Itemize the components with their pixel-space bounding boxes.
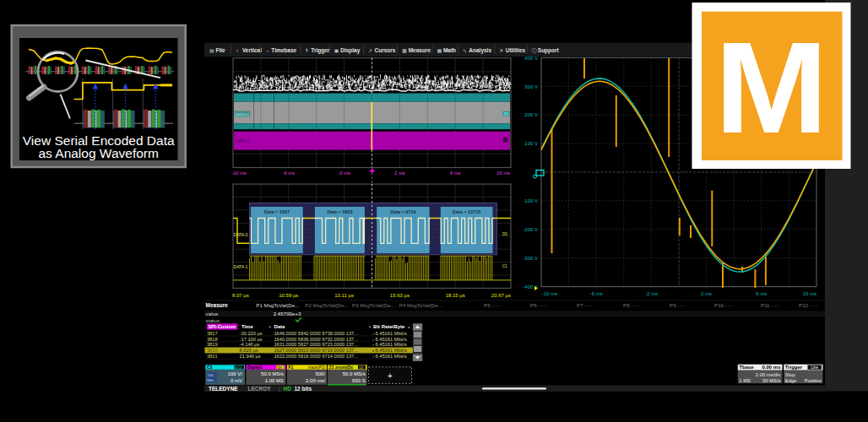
svg-text:3818: 3818 — [207, 337, 218, 342]
svg-text:3820: 3820 — [207, 348, 218, 353]
svg-text:0.00 ms: 0.00 ms — [762, 365, 781, 370]
svg-text:-2 ms: -2 ms — [645, 291, 658, 296]
svg-text:50.0 MS/s: 50.0 MS/s — [261, 371, 284, 376]
svg-text:➚: ➚ — [368, 48, 372, 53]
svg-text:LECROY: LECROY — [248, 386, 272, 392]
svg-text:DC1: DC1 — [236, 365, 243, 370]
svg-text:P2 MsgToVal(De...: P2 MsgToVal(De... — [305, 302, 348, 308]
svg-text:P4 MsgToVal(De...: P4 MsgToVal(De... — [399, 302, 442, 308]
svg-text:P1 MsgToVal(De...: P1 MsgToVal(De... — [256, 302, 299, 308]
svg-text:TELEDYNE: TELEDYNE — [209, 386, 238, 392]
svg-text:12 bits: 12 bits — [295, 386, 312, 392]
svg-text:Bit Rate/Byte: Bit Rate/Byte — [373, 324, 405, 329]
svg-text:-200 V: -200 V — [523, 227, 538, 232]
svg-text:Data = 5823: Data = 5823 — [327, 209, 352, 214]
svg-text:Edge: Edge — [785, 378, 797, 383]
svg-text:Stop: Stop — [785, 372, 795, 377]
svg-text:▣: ▣ — [334, 48, 339, 53]
svg-text:15.63 µs: 15.63 µs — [390, 293, 410, 298]
svg-text:-17.100 µs: -17.100 µs — [240, 337, 263, 342]
svg-text:21.940 µs: 21.940 µs — [240, 354, 261, 359]
svg-text:ⓘ: ⓘ — [531, 48, 537, 53]
svg-text:Trigger: Trigger — [785, 365, 803, 370]
svg-text:▦: ▦ — [437, 48, 442, 53]
svg-text:Z1 zoom(Dx: Z1 zoom(Dx — [329, 365, 354, 370]
svg-text:6 ms: 6 ms — [450, 170, 461, 176]
svg-text:P10 - - -: P10 - - - — [714, 302, 733, 308]
svg-text:18.15 µs: 18.15 µs — [446, 293, 465, 298]
svg-text:6.45161 Mbit/s: 6.45161 Mbit/s — [376, 342, 407, 347]
svg-text:Trigger: Trigger — [311, 47, 330, 54]
svg-text:Data = 9719: Data = 9719 — [390, 209, 415, 214]
svg-text:Data = 1627: Data = 1627 — [264, 209, 290, 214]
svg-text:Display: Display — [340, 47, 361, 54]
svg-text:Line: Line — [811, 365, 819, 370]
svg-text:P8 - - -: P8 - - - — [623, 302, 639, 308]
svg-text:Data: Data — [274, 324, 285, 329]
svg-text:↟: ↟ — [305, 48, 309, 53]
svg-text:↕: ↕ — [236, 48, 238, 53]
svg-text:300 V: 300 V — [524, 84, 538, 89]
svg-text:D0: D0 — [502, 232, 507, 236]
svg-text:F1: F1 — [289, 365, 294, 370]
svg-text:1627.0000 5823.0000 9719.0000: 1627.0000 5823.0000 9719.0000 137... — [274, 348, 358, 353]
svg-text:100 V: 100 V — [524, 141, 538, 146]
svg-text:Digital1: Digital1 — [247, 365, 263, 370]
svg-text:P12 - - -: P12 - - - — [799, 302, 817, 308]
svg-text:Utilities: Utilities — [506, 47, 526, 53]
svg-text:400 V: 400 V — [524, 56, 538, 61]
svg-text:P9 - - -: P9 - - - — [670, 302, 686, 308]
svg-text:SPI-Custom: SPI-Custom — [208, 324, 236, 329]
svg-text:M: M — [715, 15, 828, 160]
svg-text:Positive: Positive — [805, 378, 822, 383]
svg-text:0 mV: 0 mV — [231, 378, 242, 383]
svg-text:500/: 500/ — [315, 371, 325, 376]
svg-text:-30.220 µs: -30.220 µs — [240, 331, 263, 336]
svg-text:Analysis: Analysis — [469, 47, 491, 54]
svg-text:-4.140 µs: -4.140 µs — [240, 342, 260, 347]
svg-text:value: value — [206, 311, 219, 316]
svg-text:P3 MsgToVal(De...: P3 MsgToVal(De... — [352, 302, 395, 308]
svg-text:Data = 13715: Data = 13715 — [453, 209, 480, 214]
svg-text:HD: HD — [284, 386, 292, 392]
svg-text:200 V: 200 V — [524, 112, 538, 117]
svg-text:6.45161 Mbit/s: 6.45161 Mbit/s — [376, 354, 407, 359]
svg-text:↔: ↔ — [265, 48, 270, 53]
svg-text:P11 - - -: P11 - - - — [761, 302, 779, 308]
svg-text:20.67 µs: 20.67 µs — [491, 293, 511, 298]
svg-text:2.00 ms/div: 2.00 ms/div — [756, 372, 781, 377]
svg-text:Tbase: Tbase — [739, 365, 754, 370]
svg-text:1.00 MS: 1.00 MS — [265, 378, 284, 383]
svg-text:track(P1): track(P1) — [308, 365, 326, 370]
svg-text:Cursors: Cursors — [375, 47, 396, 53]
svg-text:50 MS/s: 50 MS/s — [762, 378, 780, 383]
svg-text:DATA 1: DATA 1 — [236, 138, 250, 143]
svg-text:-6 ms: -6 ms — [283, 170, 296, 176]
svg-text:-10 ms: -10 ms — [231, 170, 247, 176]
svg-text:-10 ms: -10 ms — [542, 291, 557, 296]
svg-text:Support: Support — [538, 47, 560, 54]
svg-text:DATA 0: DATA 0 — [236, 112, 250, 117]
svg-text:Vertical: Vertical — [242, 47, 262, 53]
svg-text:DATA 1: DATA 1 — [234, 264, 248, 269]
svg-text:status: status — [206, 317, 220, 323]
svg-text:-6 ms: -6 ms — [590, 291, 603, 296]
svg-text:P6 - - -: P6 - - - — [530, 302, 546, 308]
svg-text:1631.0000 5827.0000 9723.0000: 1631.0000 5827.0000 9723.0000 137... — [274, 342, 358, 347]
svg-text:6 ms: 6 ms — [756, 291, 767, 296]
svg-text:1622.0000 5818.0000 9714.0000: 1622.0000 5818.0000 9714.0000 137... — [274, 354, 358, 359]
svg-text:Time: Time — [241, 324, 254, 329]
svg-text:2 ms: 2 ms — [394, 170, 405, 176]
svg-text:P7 - - -: P7 - - - — [577, 302, 593, 308]
svg-text:MHz: MHz — [207, 379, 214, 382]
svg-text:3819: 3819 — [207, 342, 218, 347]
svg-text:Measure: Measure — [409, 47, 431, 53]
svg-text:✕: ✕ — [499, 48, 503, 53]
svg-text:630 S: 630 S — [352, 378, 366, 383]
svg-text:View Serial Encoded Data: View Serial Encoded Data — [23, 133, 175, 148]
svg-text:-2 ms: -2 ms — [338, 170, 350, 176]
svg-text:6.45161 Mbit/s: 6.45161 Mbit/s — [376, 331, 407, 336]
svg-text:10 ms: 10 ms — [496, 170, 510, 176]
svg-text:3817: 3817 — [207, 331, 218, 336]
svg-text:Math: Math — [443, 47, 456, 53]
